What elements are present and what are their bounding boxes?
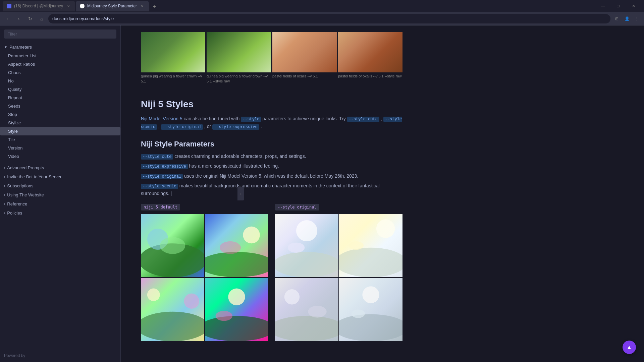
sidebar-toggle-button[interactable]: ‹ — [237, 187, 244, 200]
param-cute-code: --style cute — [141, 154, 173, 160]
sidebar-item-no[interactable]: No — [0, 77, 120, 85]
niji-params-title: Niji Style Parameters — [141, 140, 402, 148]
maximize-button[interactable]: □ — [610, 0, 626, 12]
profile-button[interactable]: 👤 — [623, 14, 631, 23]
param-original-desc: uses the original Niji Model Version 5, … — [184, 173, 358, 179]
window-controls: — □ ✕ — [595, 0, 641, 12]
discord-favicon-icon — [7, 4, 11, 8]
menu-button[interactable]: ⋮ — [633, 14, 641, 23]
grid-label-default: niji 5 default — [141, 204, 180, 210]
browser-chrome: (16) Discord | @Midjourney ✕ Midjourney … — [0, 0, 644, 25]
niji5-title: Niji 5 Styles — [141, 99, 402, 110]
sidebar-section-policies[interactable]: › Policies — [0, 208, 120, 218]
tab-mj-style[interactable]: Midjourney Style Parameter ✕ — [76, 1, 149, 11]
sidebar-item-style[interactable]: Style — [0, 127, 120, 135]
param-expressive-desc: has a more sophisticated illustrated fee… — [189, 163, 279, 169]
grid-image-4 — [205, 278, 268, 341]
sidebar-item-seeds[interactable]: Seeds — [0, 102, 120, 110]
svg-point-5 — [205, 252, 268, 278]
grid-niji5-default-images — [141, 214, 268, 341]
grid-image-7 — [275, 278, 338, 341]
scroll-to-top-button[interactable]: ▲ — [623, 341, 636, 354]
grid-niji5-default: niji 5 default — [141, 204, 268, 341]
using-website-label: Using The Website — [7, 192, 44, 197]
intro-text-3: , or — [204, 124, 212, 129]
sidebar-item-parameter-list[interactable]: Parameter List — [0, 52, 120, 60]
parameters-chevron-icon: ▼ — [4, 45, 7, 49]
svg-point-18 — [296, 220, 317, 241]
svg-point-22 — [376, 220, 395, 238]
sidebar-item-chaos[interactable]: Chaos — [0, 68, 120, 77]
sidebar-item-version[interactable]: Version — [0, 144, 120, 152]
content-inner: guinea pig wearing a flower crown --v 5.… — [121, 25, 423, 355]
grid-image-6 — [339, 214, 402, 277]
sidebar-item-repeat[interactable]: Repeat — [0, 94, 120, 102]
sidebar-section-subscriptions[interactable]: › Subscriptions — [0, 181, 120, 190]
tab-discord-close[interactable]: ✕ — [66, 3, 71, 9]
svg-point-17 — [275, 252, 338, 278]
sidebar-item-video[interactable]: Video — [0, 152, 120, 161]
top-image-strip: guinea pig wearing a flower crown --v 5.… — [141, 32, 402, 85]
reload-button[interactable]: ↻ — [25, 14, 35, 23]
back-button[interactable]: ‹ — [3, 14, 12, 23]
tab-mj-close[interactable]: ✕ — [140, 3, 145, 9]
intro-text-2: parameters to achieve unique looks. Try — [262, 116, 347, 121]
grid-image-5 — [275, 214, 338, 277]
param-scenic: --style scenic makes beautiful backgroun… — [141, 182, 402, 197]
top-image-3: pastel fields of oxalis --v 5.1 — [272, 32, 337, 85]
new-tab-button[interactable]: + — [150, 2, 159, 11]
sidebar-footer: Powered by — [0, 349, 120, 362]
grid-style-original-images — [275, 214, 402, 341]
url-bar[interactable]: docs.midjourney.com/docs/style — [48, 14, 610, 23]
sidebar-content: ▼ Parameters Parameter List Aspect Ratio… — [0, 43, 120, 349]
niji-model-link[interactable]: Niji Model Version 5 — [141, 116, 182, 121]
url-text: docs.midjourney.com/docs/style — [52, 16, 114, 21]
sidebar-filter-area — [0, 25, 120, 43]
svg-point-19 — [288, 243, 305, 253]
reference-chevron-icon: › — [4, 202, 5, 206]
param-expressive-code: --style expressive — [141, 164, 188, 169]
svg-point-27 — [308, 306, 326, 317]
policies-label: Policies — [7, 210, 22, 216]
top-image-2-caption: guinea pig wearing a flower crown --v 5.… — [207, 72, 271, 85]
subscriptions-chevron-icon: › — [4, 184, 5, 188]
sidebar-section-parameters[interactable]: ▼ Parameters — [0, 43, 120, 52]
grid-image-3 — [141, 278, 204, 341]
intro-comma-1: , — [381, 116, 383, 121]
sidebar-item-stylize[interactable]: Stylize — [0, 119, 120, 127]
top-image-1-placeholder — [141, 32, 205, 72]
svg-point-26 — [284, 289, 300, 304]
svg-point-3 — [160, 237, 185, 254]
svg-point-11 — [184, 294, 199, 309]
sidebar-section-reference[interactable]: › Reference — [0, 199, 120, 208]
nav-actions: ⊞ 👤 ⋮ — [612, 14, 641, 23]
top-image-4-caption: pastel fields of oxalis --v 5.1 --style … — [338, 72, 402, 80]
extensions-button[interactable]: ⊞ — [612, 14, 621, 23]
sidebar-item-quality[interactable]: Quality — [0, 85, 120, 94]
sidebar-item-tile[interactable]: Tile — [0, 135, 120, 144]
close-button[interactable]: ✕ — [626, 0, 641, 12]
intro-code-expressive: --style expressive — [212, 124, 259, 130]
minimize-button[interactable]: — — [595, 0, 610, 12]
image-grids: niji 5 default — [141, 204, 402, 341]
param-expressive: --style expressive has a more sophistica… — [141, 162, 402, 170]
powered-by-text: Powered by — [4, 353, 25, 358]
svg-point-10 — [147, 289, 160, 301]
intro-text-1: can also be fine-tuned with — [184, 116, 241, 121]
svg-point-13 — [205, 316, 268, 342]
forward-button[interactable]: › — [14, 14, 23, 23]
filter-input[interactable] — [4, 29, 116, 39]
svg-point-30 — [362, 286, 379, 303]
tab-mj-label: Midjourney Style Parameter — [87, 4, 137, 8]
policies-chevron-icon: › — [4, 211, 5, 215]
sidebar-item-stop[interactable]: Stop — [0, 110, 120, 119]
sidebar-section-invite-bot[interactable]: › Invite the Bot to Your Server — [0, 172, 120, 181]
sidebar-section-using-website[interactable]: › Using The Website — [0, 190, 120, 199]
top-image-4: pastel fields of oxalis --v 5.1 --style … — [338, 32, 402, 85]
sidebar-section-advanced-prompts[interactable]: › Advanced Prompts — [0, 163, 120, 172]
nav-bar: ‹ › ↻ ⌂ docs.midjourney.com/docs/style ⊞… — [0, 12, 644, 25]
tab-discord[interactable]: (16) Discord | @Midjourney ✕ — [3, 1, 75, 11]
home-button[interactable]: ⌂ — [37, 14, 46, 23]
grid-image-1 — [141, 214, 204, 277]
sidebar-item-aspect-ratios[interactable]: Aspect Ratios — [0, 60, 120, 68]
